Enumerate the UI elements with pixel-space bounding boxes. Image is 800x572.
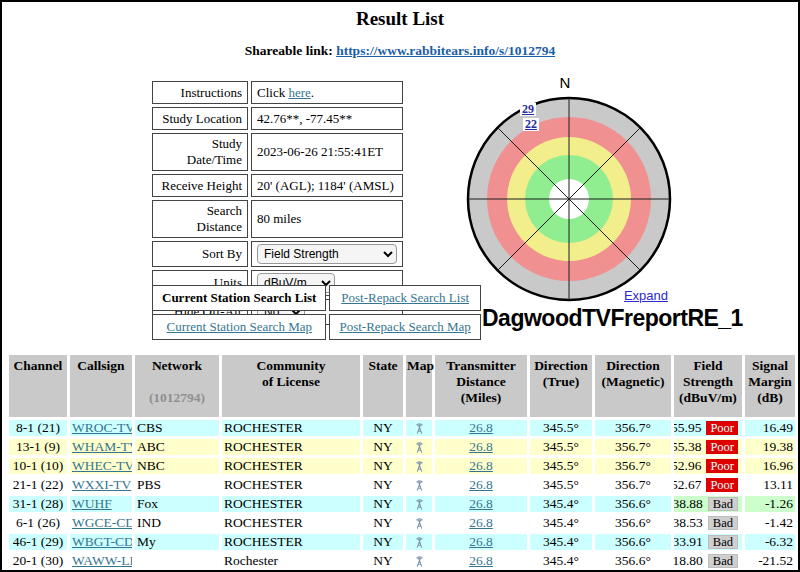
callsign-link[interactable]: WUHF — [72, 496, 112, 511]
channel-cell: 21-1 (22) — [9, 477, 67, 493]
field-strength-cell: 38.53Bad — [674, 515, 742, 531]
field-strength-value: 52.96 — [674, 458, 701, 474]
header-community: Community of License — [222, 355, 360, 417]
sort-by-select[interactable]: Field Strength — [257, 244, 397, 264]
tv-tower-icon[interactable] — [413, 515, 426, 530]
distance-cell: 26.8 — [435, 553, 527, 569]
field-strength-cell: 55.95Poor — [674, 420, 742, 436]
results-row-wuhf: 31-1 (28)WUHFFoxROCHESTERNY26.8345.4°356… — [9, 496, 795, 512]
search-distance-row: Search Distance 80 miles — [152, 200, 403, 238]
tv-tower-icon[interactable] — [413, 439, 426, 454]
community-cell: Rochester — [222, 553, 360, 569]
field-strength-cell: 55.38Poor — [674, 439, 742, 455]
distance-link[interactable]: 26.8 — [469, 553, 493, 568]
results-body: 8-1 (21)WROC-TVCBSROCHESTERNY26.8345.5°3… — [9, 420, 795, 569]
field-strength-value: 33.91 — [674, 534, 703, 550]
study-location-row: Study Location 42.76**, -77.45** — [152, 107, 403, 130]
state-cell: NY — [363, 439, 403, 455]
state-cell: NY — [363, 496, 403, 512]
channel-cell: 13-1 (9) — [9, 439, 67, 455]
distance-link[interactable]: 26.8 — [469, 534, 493, 549]
expand-chart-link[interactable]: Expand — [624, 288, 668, 303]
shareable-link-label: Shareable link: — [245, 43, 333, 58]
signal-margin-cell: -1.26 — [745, 496, 795, 512]
distance-link[interactable]: 26.8 — [469, 420, 493, 435]
distance-cell: 26.8 — [435, 496, 527, 512]
callsign-link[interactable]: WGCE-CD — [72, 515, 132, 530]
callsign-link[interactable]: WHEC-TV — [72, 458, 132, 473]
nav-current-station-map-link[interactable]: Current Station Search Map — [166, 319, 312, 334]
distance-link[interactable]: 26.8 — [469, 439, 493, 454]
nav-post-repack-list-link[interactable]: Post-Repack Search List — [341, 290, 469, 305]
signal-margin-cell: -6.32 — [745, 534, 795, 550]
distance-cell: 26.8 — [435, 515, 527, 531]
results-row-wbgt-cd: 46-1 (29)WBGT-CDMyROCHESTERNY26.8345.4°3… — [9, 534, 795, 550]
receive-height-label: Receive Height — [152, 174, 248, 197]
tv-tower-icon[interactable] — [413, 420, 426, 435]
study-datetime-value: 2023-06-26 21:55:41ET — [251, 133, 403, 171]
signal-quality-badge: Poor — [706, 478, 738, 492]
signal-quality-badge: Poor — [706, 459, 738, 473]
callsign-cell: WHAM-TV — [70, 439, 132, 455]
results-row-wxxi-tv: 21-1 (22)WXXI-TVPBSROCHESTERNY26.8345.5°… — [9, 477, 795, 493]
receive-height-row: Receive Height 20' (AGL); 1184' (AMSL) — [152, 174, 403, 197]
study-datetime-row: Study Date/Time 2023-06-26 21:55:41ET — [152, 133, 403, 171]
instructions-value: Click here. — [251, 81, 403, 104]
signal-quality-badge: Bad — [708, 516, 738, 530]
header-field-strength: Field Strength (dBuV/m) — [674, 355, 742, 417]
distance-cell: 26.8 — [435, 420, 527, 436]
tv-tower-icon[interactable] — [413, 458, 426, 473]
search-distance-value: 80 miles — [251, 200, 403, 238]
field-strength-cell: 33.91Bad — [674, 534, 742, 550]
header-distance: Transmitter Distance (Miles) — [435, 355, 527, 417]
nav-post-repack-map-link[interactable]: Post-Repack Search Map — [339, 319, 470, 334]
channel-29-chart-link[interactable]: 29 — [520, 103, 536, 116]
direction-magnetic-cell: 356.7° — [595, 477, 671, 493]
callsign-link[interactable]: WXXI-TV — [72, 477, 131, 492]
distance-link[interactable]: 26.8 — [469, 477, 493, 492]
nav-current-station-list: Current Station Search List — [152, 285, 326, 311]
state-cell: NY — [363, 515, 403, 531]
instructions-suffix: . — [311, 85, 314, 100]
shareable-link[interactable]: https://www.rabbitears.info/s/1012794 — [336, 43, 555, 58]
map-cell — [406, 439, 432, 455]
map-cell — [406, 477, 432, 493]
channel-22-chart-link[interactable]: 22 — [523, 118, 539, 131]
field-strength-cell: 38.88Bad — [674, 496, 742, 512]
tv-tower-icon[interactable] — [413, 553, 426, 568]
callsign-cell: WAWW-LD — [70, 553, 132, 569]
community-cell: ROCHESTER — [222, 515, 360, 531]
tv-tower-icon[interactable] — [413, 477, 426, 492]
coverage-polar-chart: N 29 22 Expand — [460, 74, 682, 330]
header-map: Map — [406, 355, 432, 417]
direction-true-cell: 345.4° — [530, 496, 592, 512]
tv-tower-icon[interactable] — [413, 496, 426, 511]
callsign-link[interactable]: WBGT-CD — [72, 534, 132, 549]
page-title: Result List — [2, 8, 798, 30]
distance-link[interactable]: 26.8 — [469, 458, 493, 473]
callsign-cell: WXXI-TV — [70, 477, 132, 493]
network-cell: CBS — [135, 420, 219, 436]
field-strength-cell: 18.80Bad — [674, 553, 742, 569]
direction-true-cell: 345.5° — [530, 420, 592, 436]
field-strength-cell: 52.67Poor — [674, 477, 742, 493]
community-cell: ROCHESTER — [222, 477, 360, 493]
signal-quality-badge: Bad — [708, 497, 738, 511]
distance-link[interactable]: 26.8 — [469, 496, 493, 511]
distance-link[interactable]: 26.8 — [469, 515, 493, 530]
results-table: Channel Callsign Network (1012794) Commu… — [6, 352, 798, 572]
direction-magnetic-cell: 356.6° — [595, 496, 671, 512]
instructions-here-link[interactable]: here — [288, 85, 310, 100]
signal-quality-badge: Bad — [708, 535, 738, 549]
callsign-link[interactable]: WHAM-TV — [72, 439, 132, 454]
tv-tower-icon[interactable] — [413, 534, 426, 549]
callsign-link[interactable]: WROC-TV — [72, 420, 132, 435]
polar-rings-svg — [464, 94, 674, 304]
instructions-label: Instructions — [152, 81, 248, 104]
callsign-link[interactable]: WAWW-LD — [72, 553, 132, 568]
map-cell — [406, 458, 432, 474]
direction-true-cell: 345.5° — [530, 439, 592, 455]
map-cell — [406, 534, 432, 550]
direction-magnetic-cell: 356.7° — [595, 439, 671, 455]
field-strength-value: 38.88 — [674, 496, 703, 512]
